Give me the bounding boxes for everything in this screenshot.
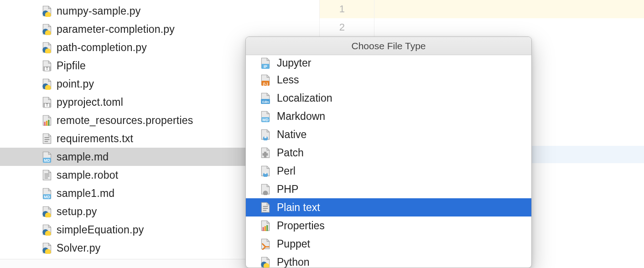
ide-workspace: numpy-sample.pyparameter-completion.pypa… — [0, 0, 644, 268]
line-number: 1 — [320, 0, 374, 18]
puppet-icon — [260, 238, 271, 250]
file-type-item[interactable]: Perl — [246, 162, 531, 180]
file-type-item[interactable]: Native — [246, 125, 531, 144]
native-icon — [260, 129, 271, 140]
python-icon — [41, 224, 53, 236]
markdown-icon — [41, 151, 53, 163]
file-type-list[interactable]: JupyterLessLocalizationMarkdownNativePat… — [246, 55, 531, 268]
tree-item-label: setup.py — [57, 206, 97, 218]
python-icon — [41, 5, 53, 17]
tree-item-label: pyproject.toml — [57, 96, 123, 108]
tree-item-label: sample.robot — [57, 169, 118, 181]
file-type-item-label: Perl — [277, 165, 296, 177]
properties-icon — [260, 220, 271, 232]
tree-item-label: Pipfile — [57, 60, 86, 72]
file-type-item-label: Less — [277, 74, 299, 86]
file-type-item[interactable]: Patch — [246, 144, 531, 162]
text-icon — [41, 133, 53, 144]
file-type-item[interactable]: Properties — [246, 216, 531, 235]
text-icon — [260, 201, 271, 213]
tree-item-label: point.py — [57, 78, 94, 90]
less-icon — [260, 74, 271, 86]
python-icon — [41, 242, 53, 254]
tree-item-label: parameter-completion.py — [57, 23, 175, 36]
file-type-item[interactable]: PHP — [246, 180, 531, 198]
php-icon — [260, 183, 271, 195]
python-icon — [260, 256, 271, 268]
tree-item-label: simpleEquation.py — [57, 224, 144, 236]
i18n-icon — [260, 92, 271, 104]
markdown-icon — [41, 187, 53, 199]
python-icon — [41, 23, 53, 35]
file-type-item-label: Jupyter — [277, 57, 311, 69]
file-type-item-label: Plain text — [277, 201, 320, 214]
file-type-item-label: Python — [277, 256, 310, 268]
tree-item[interactable]: parameter-completion.py — [0, 20, 319, 38]
markdown-icon — [260, 110, 271, 122]
patch-icon — [260, 147, 271, 159]
python-icon — [41, 206, 53, 217]
file-type-item[interactable]: Jupyter — [246, 55, 531, 71]
file-type-item[interactable]: Puppet — [246, 235, 531, 253]
python-icon — [41, 78, 53, 90]
file-type-item-label: Patch — [277, 147, 304, 159]
file-type-item-label: Puppet — [277, 238, 310, 250]
file-type-item-label: Properties — [277, 220, 325, 232]
file-type-item[interactable]: Less — [246, 71, 531, 89]
tree-item-label: sample.md — [57, 151, 109, 163]
file-type-item-label: Native — [277, 129, 306, 141]
properties-icon — [41, 114, 53, 126]
tree-item[interactable]: numpy-sample.py — [0, 2, 319, 20]
choose-file-type-popup: Choose File Type JupyterLessLocalization… — [245, 36, 532, 268]
toml-icon — [41, 96, 53, 108]
line-number: 2 — [320, 18, 374, 36]
tree-item-label: remote_resources.properties — [57, 114, 193, 127]
file-type-item[interactable]: Python — [246, 253, 531, 268]
tree-item-label: requirements.txt — [57, 133, 133, 145]
file-type-item[interactable]: Plain text — [246, 198, 531, 216]
python-icon — [41, 41, 53, 53]
file-type-item[interactable]: Localization — [246, 89, 531, 107]
tree-item-label: Solver.py — [57, 242, 100, 254]
perl-icon — [260, 165, 271, 177]
tree-item-label: path-completion.py — [57, 41, 147, 54]
file-type-item-label: Localization — [277, 92, 332, 104]
jupyter-icon — [260, 57, 271, 69]
tree-item-label: sample1.md — [57, 187, 114, 200]
toml-icon — [41, 60, 53, 72]
file-type-item[interactable]: Markdown — [246, 107, 531, 125]
file-type-item-label: PHP — [277, 183, 298, 196]
file-type-item-label: Markdown — [277, 110, 325, 123]
tree-item-label: numpy-sample.py — [57, 5, 141, 17]
text-icon — [41, 169, 53, 181]
popup-title: Choose File Type — [246, 37, 531, 55]
